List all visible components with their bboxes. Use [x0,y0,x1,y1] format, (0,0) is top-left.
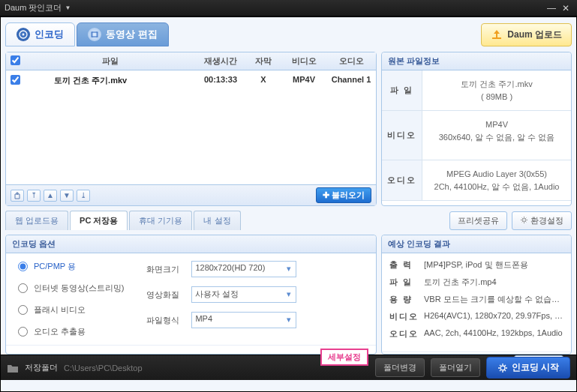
gear-icon [497,363,508,373]
result-size-label: 용 량 [389,294,424,305]
file-format-label: 파일형식 [146,315,184,326]
gear-icon [520,216,528,224]
radio-audio[interactable]: 오디오 추출용 [18,326,124,337]
change-folder-button[interactable]: 폴더변경 [375,358,425,377]
svg-point-1 [23,34,25,36]
plus-icon: ✚ [323,190,329,200]
result-file-value: 토끼 건초 주기.mp4 [424,277,563,288]
video-edit-icon [88,28,101,41]
file-row-checkbox[interactable] [11,75,20,85]
tab-video-edit[interactable]: 동영상 편집 [77,22,169,46]
delete-button[interactable] [11,190,24,202]
result-size-value: VBR 모드는 크기를 예상할 수 없습니다. [424,294,563,305]
preset-share-button[interactable]: 프리셋공유 [449,211,507,230]
tab-encoding[interactable]: 인코딩 [5,22,75,46]
minimize-icon[interactable]: — [544,3,559,13]
fileinfo-video-label: 비디오 [382,111,422,160]
result-output-label: 출 력 [389,259,424,271]
column-audio: 오디오 [326,52,376,70]
encoding-result-panel: 예상 인코딩 결과 출 력[MP4]PSP, iPod 및 핸드폰용 파 일토끼… [381,235,572,355]
file-list-panel: 파일 재생시간 자막 비디오 오디오 토끼 건초 주기.mkv 00:13:33… [5,52,377,206]
env-settings-button[interactable]: 환경설정 [512,211,572,230]
result-video-value: H264(AVC1), 1280x720, 29.97Fps, 19.. [424,311,563,322]
file-info-panel: 원본 파일정보 파 일 토끼 건초 주기.mkv ( 89MB ) 비디오 MP… [381,52,572,206]
screen-size-label: 화면크기 [146,264,184,275]
daum-upload-button[interactable]: Daum 업로드 [481,23,572,46]
move-top-button[interactable]: ⤒ [27,190,41,202]
result-video-label: 비디오 [389,311,424,322]
move-bottom-button[interactable]: ⤓ [77,190,90,202]
encoding-options-panel: 인코딩 옵션 PC/PMP 용 인터넷 동영상(스트리밍) 플래시 비디오 오디… [5,235,377,355]
column-subtitle: 자막 [245,52,281,70]
subtab-pc[interactable]: PC 저장용 [70,211,128,230]
result-file-label: 파 일 [389,277,424,288]
video-quality-select[interactable]: 사용자 설정 [191,286,296,303]
close-icon[interactable]: ✕ [559,3,572,13]
detail-settings-button[interactable]: 세부설정 [320,349,368,366]
file-row-sub: X [245,75,281,86]
open-folder-button[interactable]: 폴더열기 [431,358,480,377]
subtab-mobile[interactable]: 휴대 기기용 [129,211,192,230]
subtab-web[interactable]: 웹 업로드용 [5,211,68,230]
move-down-button[interactable]: ▼ [60,190,74,202]
titlebar-dropdown-icon[interactable]: ▼ [65,4,71,11]
column-video: 비디오 [281,52,326,70]
file-list-header: 파일 재생시간 자막 비디오 오디오 [6,52,376,70]
radio-streaming[interactable]: 인터넷 동영상(스트리밍) [18,283,124,294]
start-encoding-button[interactable]: 인코딩 시작 [486,357,570,379]
main-tabbar: 인코딩 동영상 편집 Daum 업로드 [5,22,572,47]
encoding-icon [17,28,30,41]
folder-icon [7,363,19,373]
upload-icon [491,29,503,40]
result-output-value: [MP4]PSP, iPod 및 핸드폰용 [424,259,563,271]
file-format-select[interactable]: MP4 [191,312,296,328]
file-info-title: 원본 파일정보 [382,52,571,70]
move-up-button[interactable]: ▲ [44,190,57,202]
screen-size-select[interactable]: 1280x720(HD 720) [191,261,296,277]
result-audio-label: 오디오 [389,328,424,340]
file-row-video: MP4V [281,75,326,86]
fileinfo-file-label: 파 일 [382,70,422,110]
fileinfo-video-value: MP4V 360x640, 알 수 없음, 알 수 없음 [422,111,571,160]
file-list-footer: ⤒ ▲ ▼ ⤓ ✚ 불러오기 [6,184,376,205]
save-folder-label: 저장폴더 [25,362,58,373]
file-row-time: 00:13:33 [196,75,245,86]
file-row-audio: Channel 1 [326,75,376,86]
radio-pcpmp[interactable]: PC/PMP 용 [18,261,124,272]
select-all-checkbox[interactable] [11,55,20,65]
save-folder-path: C:\Users\PC\Desktop [64,364,143,373]
radio-flash[interactable]: 플래시 비디오 [18,304,124,316]
fileinfo-audio-value: MPEG Audio Layer 3(0x55) 2Ch, 44100Hz, 알… [422,160,571,200]
svg-point-4 [522,218,525,221]
titlebar: Daum 팟인코더 ▼ — ✕ [0,0,577,16]
video-quality-label: 영상화질 [146,289,184,301]
column-time: 재생시간 [196,52,245,70]
titlebar-title: Daum 팟인코더 [5,2,62,13]
encoding-result-title: 예상 인코딩 결과 [382,235,571,253]
encoding-options-title: 인코딩 옵션 [6,235,376,253]
file-row[interactable]: 토끼 건초 주기.mkv 00:13:33 X MP4V Channel 1 [6,70,376,91]
subtab-my[interactable]: 내 설정 [194,211,240,230]
load-file-button[interactable]: ✚ 불러오기 [316,187,371,203]
svg-point-5 [500,366,505,370]
result-audio-value: AAC, 2ch, 44100Hz, 192kbps, 1Audio [424,328,563,340]
fileinfo-audio-label: 오디오 [382,160,422,200]
column-file: 파일 [24,52,196,70]
svg-rect-3 [492,37,501,39]
fileinfo-file-value: 토끼 건초 주기.mkv ( 89MB ) [422,70,571,110]
file-row-name: 토끼 건초 주기.mkv [24,75,196,86]
